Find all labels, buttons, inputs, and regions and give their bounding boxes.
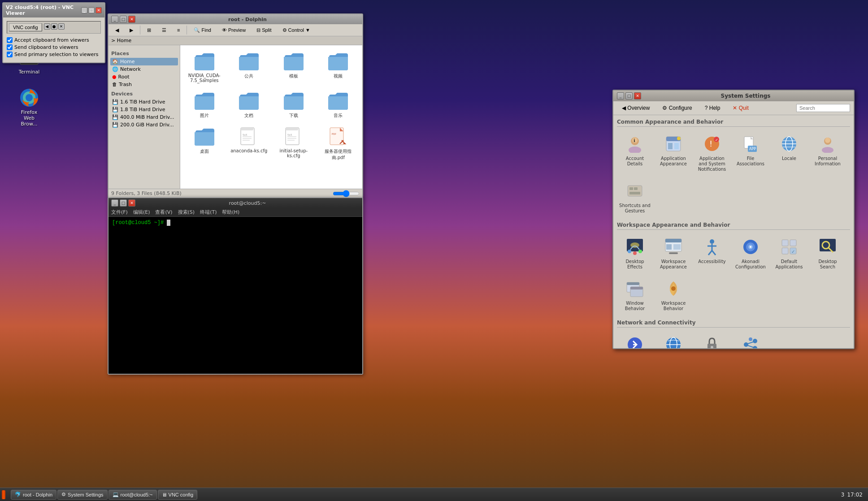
settings-item-bluetooth[interactable]: Bluetooth [617,331,653,348]
settings-minimize-btn[interactable]: _ [617,92,624,99]
terminal-maximize-btn[interactable]: □ [120,199,127,207]
settings-item-window-behavior[interactable]: Window Behavior [617,275,653,314]
dolphin-control-btn[interactable]: ⚙ Control ▼ [278,26,314,35]
settings-item-workspace-behavior[interactable]: Workspace Behavior [655,275,691,314]
terminal-menu-help[interactable]: 帮助(H) [222,209,239,216]
dolphin-preview-btn[interactable]: 👁 Preview [218,26,250,34]
terminal-menu-edit[interactable]: 编辑(E) [133,209,150,216]
file-anaconda[interactable]: txt anaconda-ks.cfg [229,124,270,163]
sidebar-item-root[interactable]: ● Root [110,73,178,81]
vnc-title: V2 cloud5:4 (root) - VNC Viewer [6,4,81,16]
settings-maximize-btn[interactable]: □ [625,92,633,99]
settings-help-btn[interactable]: ? Help [700,103,725,113]
vnc-ctrl-2[interactable]: ● [51,23,57,30]
dolphin-maximize-btn[interactable]: □ [120,16,127,23]
vnc-minimize-btn[interactable]: _ [81,7,87,13]
sidebar-item-drive3[interactable]: 💾 400.0 MiB Hard Driv... [110,113,178,121]
settings-item-account-details[interactable]: ℹ Account Details [617,130,653,175]
pictures-label: 图片 [200,112,209,119]
vnc-close-btn[interactable]: ✕ [95,7,102,13]
svg-rect-7 [241,128,253,130]
settings-quit-btn[interactable]: ✕ Quit [728,103,753,113]
taskbar-app-dolphin[interactable]: 🐬 root - Dolphin [11,490,56,500]
file-guide-pdf[interactable]: PDF 服务器使用指南.pdf [318,124,359,163]
settings-item-file-assoc[interactable]: APP File Associations [733,130,768,175]
terminal-content[interactable]: [root@cloud5 ~]# █ [108,217,362,374]
settings-item-network-settings[interactable]: Network Settings [655,331,691,348]
file-desktop-folder[interactable]: 桌面 [184,124,225,163]
vnc-checkbox-3[interactable]: Send primary selection to viewers [7,52,101,57]
settings-item-desktop-effects[interactable]: Desktop Effects [617,233,653,272]
taskbar-app-terminal[interactable]: 💻 root@cloud5:~ [108,490,157,500]
taskbar-app-settings[interactable]: ⚙ System Settings [57,490,107,500]
terminal-menu-view[interactable]: 查看(V) [155,209,172,216]
settings-item-sharing[interactable]: Sharing [733,331,768,348]
file-pictures[interactable]: 图片 [184,88,225,121]
terminal-menu-terminal[interactable]: 终端(T) [200,209,217,216]
dolphin-files-area: NVIDIA_CUDA-7.5_Samples 公共 [180,45,362,189]
vnc-maximize-btn[interactable]: □ [88,7,95,13]
dolphin-view-compact-btn[interactable]: ≡ [173,26,184,34]
settings-item-akonadi[interactable]: Akonadi Configuration [733,233,768,272]
file-initial-setup[interactable]: txt initial-setup-ks.cfg [273,124,314,163]
sidebar-item-drive4[interactable]: 💾 200.0 GiB Hard Driv... [110,121,178,129]
vnc-config-btn[interactable]: VNC config [9,23,42,31]
settings-search-input[interactable] [796,104,850,112]
dolphin-zoom-slider[interactable] [333,191,360,196]
file-nvidia-samples[interactable]: NVIDIA_CUDA-7.5_Samples [184,49,225,85]
file-video[interactable]: 视频 [318,49,359,85]
settings-item-notifications[interactable]: ! ✓ Application and System Notifications [694,130,730,175]
vnc-ctrl-3[interactable]: ✕ [58,23,65,30]
taskbar-logo [2,490,5,499]
settings-item-desktop-search[interactable]: Desktop Search [810,233,846,272]
desktop-icon-firefox[interactable]: FirefoxWeb Brow... [13,85,45,129]
settings-overview-btn[interactable]: ◀ Overview [617,103,655,113]
settings-configure-btn[interactable]: ⚙ Configure [657,103,697,113]
bluetooth-icon [624,334,646,348]
dolphin-split-btn[interactable]: ⊟ Split [252,26,275,35]
dolphin-close-btn[interactable]: ✕ [128,16,135,23]
settings-item-personal-info[interactable]: Personal Information [810,130,846,175]
settings-item-accessibility[interactable]: Accessibility [694,233,730,272]
vnc-checkbox-2[interactable]: Send clipboard to viewers [7,44,101,50]
clipboard-from-viewers-checkbox[interactable] [7,37,13,43]
folder-video-icon [327,51,349,72]
dolphin-forward-btn[interactable]: ▶ [126,26,137,35]
clipboard-to-viewers-checkbox[interactable] [7,44,13,50]
settings-item-locale[interactable]: Locale [771,130,807,175]
settings-item-workspace-appearance[interactable]: Workspace Appearance [655,233,691,272]
settings-item-ssl-preferences[interactable]: SSL Preferences [694,331,730,348]
dolphin-find-btn[interactable]: 🔍 Find [190,26,215,35]
file-downloads[interactable]: 下载 [273,88,314,121]
svg-text:txt: txt [287,133,292,136]
dolphin-view-icons-btn[interactable]: ⊞ [143,26,155,35]
settings-item-app-appearance[interactable]: Application Appearance [655,130,691,175]
vnc-content: VNC config ◀ ● ✕ Accept clipboard from v… [3,17,104,62]
taskbar-app-vnc[interactable]: 🖥 VNC config [158,490,198,500]
vnc-ctrl-1[interactable]: ◀ [44,23,50,30]
vnc-checkbox-1[interactable]: Accept clipboard from viewers [7,37,101,43]
file-public[interactable]: 公共 [229,49,270,85]
terminal-close-btn[interactable]: ✕ [128,199,135,207]
svg-line-94 [748,346,753,347]
sidebar-item-home[interactable]: 🏠 Home [110,58,178,65]
terminal-minimize-btn[interactable]: _ [111,199,118,207]
terminal-menu-file[interactable]: 文件(F) [111,209,128,216]
file-music[interactable]: 音乐 [318,88,359,121]
dolphin-minimize-btn[interactable]: _ [111,16,118,23]
sidebar-item-network[interactable]: 🌐 Network [110,65,178,73]
file-documents[interactable]: 文档 [229,88,270,121]
primary-selection-checkbox[interactable] [7,52,13,57]
sidebar-item-trash[interactable]: 🗑 Trash [110,81,178,88]
sidebar-item-drive2[interactable]: 💾 1.8 TiB Hard Drive [110,106,178,113]
sidebar-item-drive1[interactable]: 💾 1.6 TiB Hard Drive [110,98,178,106]
settings-close-btn[interactable]: ✕ [634,92,641,99]
svg-rect-59 [669,252,678,254]
terminal-menu-search[interactable]: 搜索(S) [178,209,195,216]
dolphin-view-list-btn[interactable]: ☰ [158,26,170,35]
dolphin-back-btn[interactable]: ◀ [111,26,123,35]
file-template[interactable]: 模板 [273,49,314,85]
settings-item-default-apps[interactable]: ✓ Default Applications [771,233,807,272]
network-icon: 🌐 [112,66,118,72]
settings-item-shortcuts[interactable]: Shortcuts and Gestures [617,177,653,216]
